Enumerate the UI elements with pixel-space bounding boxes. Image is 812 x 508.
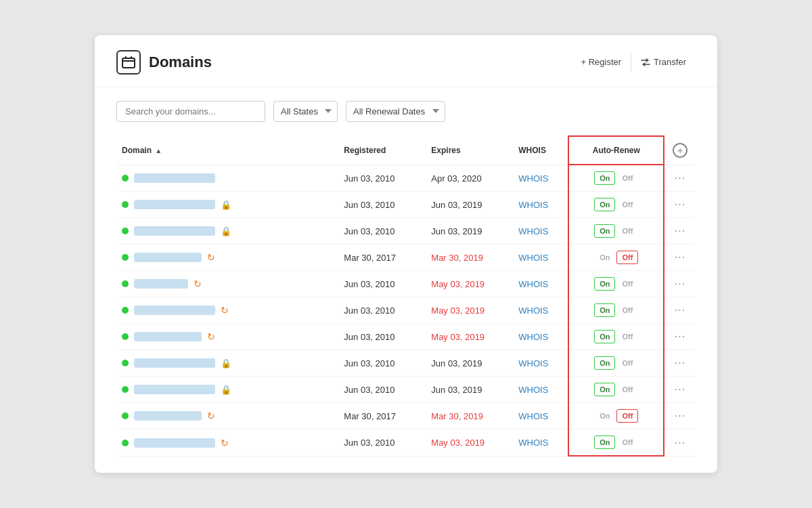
refresh-icon: ↻ xyxy=(221,305,229,316)
row-actions-cell: ··· xyxy=(664,218,696,245)
autorenew-cell: On Off xyxy=(568,429,664,457)
expires-date: May 03, 2019 xyxy=(426,324,513,350)
autorenew-on-button[interactable]: On xyxy=(594,409,615,423)
whois-anchor[interactable]: WHOIS xyxy=(518,332,548,342)
more-actions-button[interactable]: ··· xyxy=(675,357,685,368)
autorenew-on-button[interactable]: On xyxy=(594,330,615,343)
domain-cell: ↻ xyxy=(116,403,338,429)
domain-icon xyxy=(116,50,141,75)
autorenew-on-button[interactable]: On xyxy=(594,224,615,238)
whois-anchor[interactable]: WHOIS xyxy=(518,279,548,289)
autorenew-cell: On Off xyxy=(568,377,664,403)
autorenew-off-button[interactable]: Off xyxy=(616,277,638,291)
autorenew-on-button[interactable]: On xyxy=(594,436,615,449)
row-actions-cell: ··· xyxy=(664,377,696,403)
more-actions-button[interactable]: ··· xyxy=(675,225,685,236)
registered-date: Jun 03, 2010 xyxy=(338,297,426,324)
whois-anchor[interactable]: WHOIS xyxy=(518,358,548,368)
whois-link[interactable]: WHOIS xyxy=(513,218,568,245)
row-actions-cell: ··· xyxy=(664,429,696,457)
table-row: ↻ Jun 03, 2010May 03, 2019WHOIS On Off ·… xyxy=(116,324,696,350)
domain-cell: 🔒 xyxy=(116,350,338,377)
transfer-icon xyxy=(641,58,650,66)
whois-anchor[interactable]: WHOIS xyxy=(518,173,548,184)
autorenew-off-button[interactable]: Off xyxy=(616,436,638,449)
more-actions-button[interactable]: ··· xyxy=(675,172,685,184)
status-dot xyxy=(122,280,129,287)
domain-name xyxy=(134,173,215,183)
table-row: Jun 03, 2010Apr 03, 2020WHOIS On Off ··· xyxy=(116,165,696,192)
more-actions-button[interactable]: ··· xyxy=(675,331,685,342)
autorenew-on-button[interactable]: On xyxy=(594,277,615,291)
register-button[interactable]: + Register xyxy=(571,53,631,71)
registered-date: Mar 30, 2017 xyxy=(338,245,426,271)
refresh-icon: ↻ xyxy=(207,410,215,421)
row-actions-cell: ··· xyxy=(664,350,696,377)
whois-link[interactable]: WHOIS xyxy=(513,377,568,403)
whois-link[interactable]: WHOIS xyxy=(513,403,568,429)
status-dot xyxy=(122,201,129,208)
search-input[interactable] xyxy=(116,101,265,122)
toolbar: All States Active Expired Pending All Re… xyxy=(95,87,717,135)
autorenew-on-button[interactable]: On xyxy=(594,251,615,264)
autorenew-off-button[interactable]: Off xyxy=(616,198,638,211)
more-actions-button[interactable]: ··· xyxy=(675,383,685,395)
whois-anchor[interactable]: WHOIS xyxy=(518,226,548,236)
whois-anchor[interactable]: WHOIS xyxy=(518,411,548,421)
autorenew-toggle: On Off xyxy=(574,409,658,423)
autorenew-off-button[interactable]: Off xyxy=(616,409,638,423)
autorenew-off-button[interactable]: Off xyxy=(616,171,638,185)
autorenew-toggle: On Off xyxy=(574,251,658,264)
whois-anchor[interactable]: WHOIS xyxy=(518,438,548,448)
autorenew-on-button[interactable]: On xyxy=(594,198,615,211)
domain-cell: ↻ xyxy=(116,271,338,297)
more-actions-button[interactable]: ··· xyxy=(675,304,685,316)
whois-link[interactable]: WHOIS xyxy=(513,192,568,218)
whois-link[interactable]: WHOIS xyxy=(513,245,568,271)
whois-anchor[interactable]: WHOIS xyxy=(518,305,548,316)
autorenew-off-button[interactable]: Off xyxy=(616,303,638,317)
autorenew-off-button[interactable]: Off xyxy=(616,251,638,264)
domain-name xyxy=(134,279,188,289)
whois-anchor[interactable]: WHOIS xyxy=(518,200,548,210)
more-actions-button[interactable]: ··· xyxy=(675,410,685,421)
autorenew-on-button[interactable]: On xyxy=(594,356,615,370)
status-dot xyxy=(122,228,129,234)
whois-anchor[interactable]: WHOIS xyxy=(518,385,548,395)
more-actions-button[interactable]: ··· xyxy=(675,437,685,448)
more-actions-button[interactable]: ··· xyxy=(675,278,685,289)
more-actions-button[interactable]: ··· xyxy=(675,251,685,263)
states-dropdown[interactable]: All States Active Expired Pending xyxy=(273,101,338,122)
domain-cell: ↻ xyxy=(116,245,338,271)
autorenew-on-button[interactable]: On xyxy=(594,303,615,317)
col-header-autorenew: Auto-Renew xyxy=(568,136,664,165)
add-column-button[interactable]: + xyxy=(673,143,687,158)
whois-link[interactable]: WHOIS xyxy=(513,324,568,350)
autorenew-cell: On Off xyxy=(568,192,664,218)
whois-link[interactable]: WHOIS xyxy=(513,350,568,377)
whois-anchor[interactable]: WHOIS xyxy=(518,253,548,263)
autorenew-toggle: On Off xyxy=(574,224,658,238)
autorenew-off-button[interactable]: Off xyxy=(616,224,638,238)
autorenew-on-button[interactable]: On xyxy=(594,383,615,396)
autorenew-cell: On Off xyxy=(568,297,664,324)
registered-date: Jun 03, 2010 xyxy=(338,429,426,457)
whois-link[interactable]: WHOIS xyxy=(513,271,568,297)
domain-name xyxy=(134,385,215,394)
more-actions-button[interactable]: ··· xyxy=(675,198,685,210)
renewal-dates-dropdown[interactable]: All Renewal Dates Next 30 days Next 60 d… xyxy=(346,101,445,122)
autorenew-off-button[interactable]: Off xyxy=(616,383,638,396)
autorenew-off-button[interactable]: Off xyxy=(616,356,638,370)
table-row: 🔒 Jun 03, 2010Jun 03, 2019WHOIS On Off ·… xyxy=(116,350,696,377)
refresh-icon: ↻ xyxy=(207,252,215,263)
status-dot xyxy=(122,307,129,314)
registered-date: Jun 03, 2010 xyxy=(338,165,426,192)
autorenew-off-button[interactable]: Off xyxy=(616,330,638,343)
autorenew-on-button[interactable]: On xyxy=(594,171,615,185)
whois-link[interactable]: WHOIS xyxy=(513,297,568,324)
whois-link[interactable]: WHOIS xyxy=(513,429,568,457)
whois-link[interactable]: WHOIS xyxy=(513,165,568,192)
autorenew-cell: On Off xyxy=(568,271,664,297)
transfer-button[interactable]: Transfer xyxy=(631,53,696,71)
row-actions-cell: ··· xyxy=(664,297,696,324)
